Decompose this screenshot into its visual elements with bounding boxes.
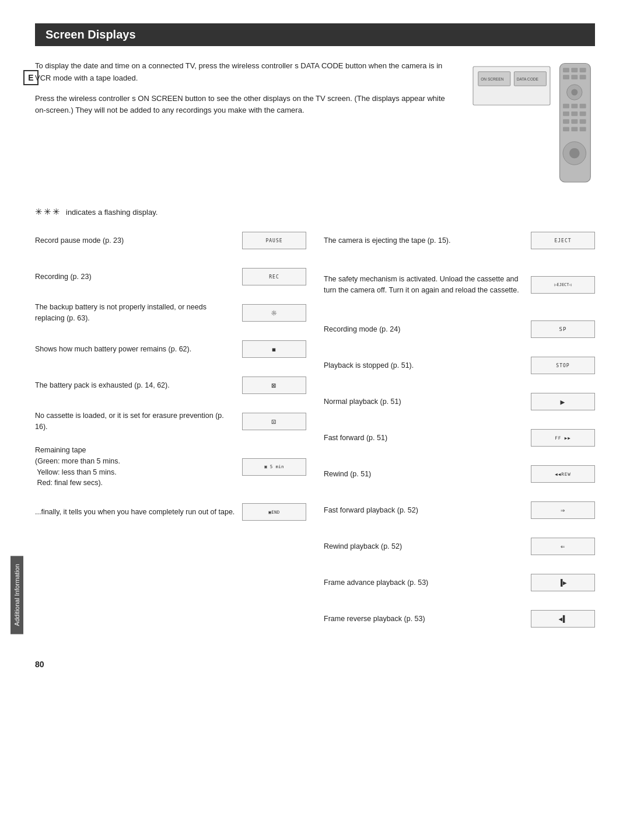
- badge-rec: REC: [242, 268, 306, 285]
- desc-rewind: Rewind (p. 51): [324, 469, 531, 480]
- intro-text: To display the date and time on a connec…: [35, 60, 449, 190]
- badge-stop: STOP: [531, 357, 595, 374]
- right-column: The camera is ejecting the tape (p. 15).…: [324, 228, 595, 642]
- desc-safety-mechanism: The safety mechanism is activated. Unloa…: [324, 274, 531, 296]
- intro-paragraph-2: Press the wireless controller s ON SCREE…: [35, 93, 449, 117]
- desc-run-out-tape: ...finally, it tells you when you have c…: [35, 507, 242, 518]
- desc-backup-battery: The backup battery is not properly insta…: [35, 302, 242, 324]
- svg-rect-17: [563, 111, 569, 116]
- desc-frame-advance: Frame advance playback (p. 53): [324, 577, 531, 588]
- badge-pause: PAUSE: [242, 232, 306, 249]
- svg-rect-9: [563, 75, 569, 79]
- svg-text:ON SCREEN: ON SCREEN: [481, 77, 503, 81]
- display-row: Rewind (p. 51) ◀◀REW: [324, 461, 595, 487]
- e-label: E: [23, 70, 38, 85]
- sidebar-label-text: Additional Information: [13, 564, 21, 626]
- display-row: ...finally, it tells you when you have c…: [35, 499, 306, 525]
- sidebar-additional-info: Additional Information: [10, 556, 23, 634]
- svg-rect-22: [580, 119, 586, 124]
- page-title: Screen Displays: [35, 23, 595, 46]
- svg-rect-18: [571, 111, 578, 116]
- display-row: No cassette is loaded, or it is set for …: [35, 409, 306, 434]
- remote-svg: ON SCREEN DATA CODE: [467, 60, 595, 189]
- display-row: Fast forward (p. 51) FF ▶▶: [324, 425, 595, 451]
- svg-rect-25: [580, 127, 586, 131]
- flashing-symbol: ✳✳✳: [35, 207, 61, 217]
- badge-battery-exhausted: ⊠: [242, 377, 306, 394]
- desc-normal-playback: Normal playback (p. 51): [324, 396, 531, 407]
- svg-rect-14: [563, 104, 569, 109]
- display-row: Recording (p. 23) REC: [35, 264, 306, 290]
- svg-point-27: [569, 148, 580, 159]
- badge-backup-battery: ☼: [242, 304, 306, 322]
- display-row: Frame advance playback (p. 53) ▐▶: [324, 570, 595, 595]
- display-row: Playback is stopped (p. 51). STOP: [324, 353, 595, 378]
- svg-rect-8: [580, 68, 586, 72]
- svg-rect-19: [580, 111, 586, 116]
- badge-safety-eject: ▷EJECT◁: [531, 276, 595, 294]
- left-column: Record pause mode (p. 23) PAUSE Recordin…: [35, 228, 306, 642]
- badge-frame-advance: ▐▶: [531, 574, 595, 591]
- svg-rect-23: [563, 127, 569, 131]
- flashing-note-text: indicates a flashing display.: [66, 208, 158, 217]
- display-row: Normal playback (p. 51) ▶: [324, 389, 595, 414]
- display-row: Rewind playback (p. 52) ⇐: [324, 534, 595, 559]
- desc-ejecting: The camera is ejecting the tape (p. 15).: [324, 235, 531, 246]
- svg-rect-16: [580, 104, 586, 109]
- badge-remaining-tape: ▣ 5 min: [242, 458, 306, 476]
- display-row: The backup battery is not properly insta…: [35, 300, 306, 326]
- display-row: Frame reverse playback (p. 53) ◀▌: [324, 606, 595, 632]
- badge-sp: SP: [531, 320, 595, 338]
- display-row: Record pause mode (p. 23) PAUSE: [35, 228, 306, 253]
- intro-paragraph-1: To display the date and time on a connec…: [35, 60, 449, 85]
- desc-recording-mode: Recording mode (p. 24): [324, 324, 531, 335]
- badge-frame-reverse: ◀▌: [531, 610, 595, 628]
- desc-recording: Recording (p. 23): [35, 271, 242, 283]
- display-row: Recording mode (p. 24) SP: [324, 316, 595, 342]
- display-row: Shows how much battery power remains (p.…: [35, 336, 306, 362]
- desc-battery-power: Shows how much battery power remains (p.…: [35, 344, 242, 355]
- desc-record-pause: Record pause mode (p. 23): [35, 235, 242, 246]
- display-row: The safety mechanism is activated. Unloa…: [324, 264, 595, 306]
- badge-rew-playback: ⇐: [531, 538, 595, 555]
- badge-eject: EJECT: [531, 232, 595, 249]
- svg-rect-11: [580, 75, 586, 79]
- desc-battery-exhausted: The battery pack is exhausted (p. 14, 62…: [35, 380, 242, 391]
- svg-rect-6: [563, 68, 569, 72]
- desc-ff-playback: Fast forward playback (p. 52): [324, 505, 531, 516]
- desc-fast-forward: Fast forward (p. 51): [324, 433, 531, 444]
- badge-battery-power: ▪: [242, 340, 306, 358]
- svg-text:DATA CODE: DATA CODE: [517, 77, 539, 81]
- svg-rect-24: [571, 127, 578, 131]
- display-row: Remaining tape(Green: more than 5 mins. …: [35, 445, 306, 489]
- badge-play: ▶: [531, 393, 595, 410]
- svg-rect-21: [571, 119, 578, 124]
- svg-rect-15: [571, 104, 578, 109]
- badge-no-cassette: ⊡: [242, 413, 306, 430]
- flashing-note: ✳✳✳ indicates a flashing display.: [35, 207, 595, 217]
- display-row: The camera is ejecting the tape (p. 15).…: [324, 228, 595, 253]
- display-table: Record pause mode (p. 23) PAUSE Recordin…: [35, 228, 595, 642]
- svg-rect-7: [571, 68, 578, 72]
- badge-ff: FF ▶▶: [531, 429, 595, 447]
- badge-tape-end: ▣END: [242, 503, 306, 521]
- svg-rect-10: [571, 75, 578, 79]
- desc-no-cassette: No cassette is loaded, or it is set for …: [35, 410, 242, 433]
- remote-diagram: ON SCREEN DATA CODE: [467, 60, 595, 190]
- badge-ff-playback: ⇒: [531, 501, 595, 519]
- badge-rew: ◀◀REW: [531, 465, 595, 483]
- desc-playback-stopped: Playback is stopped (p. 51).: [324, 360, 531, 371]
- desc-rewind-playback: Rewind playback (p. 52): [324, 541, 531, 552]
- desc-remaining-tape: Remaining tape(Green: more than 5 mins. …: [35, 445, 242, 489]
- desc-frame-reverse: Frame reverse playback (p. 53): [324, 614, 531, 625]
- svg-rect-20: [563, 119, 569, 124]
- intro-section: To display the date and time on a connec…: [35, 60, 595, 190]
- display-row: Fast forward playback (p. 52) ⇒: [324, 497, 595, 523]
- display-row: The battery pack is exhausted (p. 14, 62…: [35, 372, 306, 398]
- page-number: 80: [35, 660, 595, 669]
- svg-point-13: [571, 89, 578, 96]
